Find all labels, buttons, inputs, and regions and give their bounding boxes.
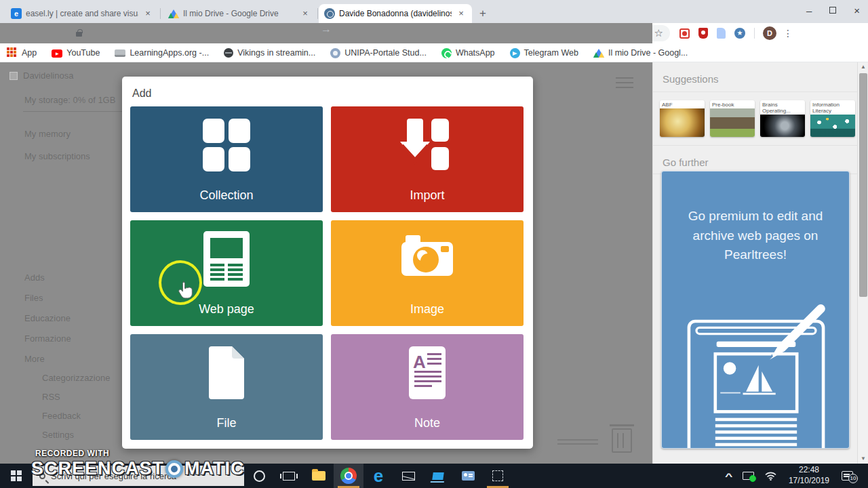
tray-clock[interactable]: 22:48 17/10/2019 bbox=[789, 465, 829, 486]
task-view-button[interactable] bbox=[274, 464, 304, 488]
browser-toolbar: ← → ↻ ⌂ pearltrees.com/davidelinosa G ☆ … bbox=[0, 23, 868, 43]
wifi-icon[interactable] bbox=[765, 472, 776, 481]
card-title: Brains Operating... bbox=[760, 100, 805, 115]
scrollbar-thumb[interactable] bbox=[859, 73, 867, 297]
start-button[interactable] bbox=[0, 464, 33, 488]
lock-icon bbox=[76, 32, 82, 37]
suggestion-card-infolit[interactable]: Information Literacy bbox=[810, 100, 855, 137]
screencastomatic-watermark: SCREENCAST MATIC bbox=[31, 458, 245, 479]
close-window-button[interactable]: × bbox=[854, 5, 860, 16]
extension-icon-red-frame[interactable] bbox=[679, 28, 690, 39]
apps-grid-icon bbox=[7, 47, 18, 58]
bookmark-youtube[interactable]: ▶YouTube bbox=[52, 48, 100, 58]
import-tile[interactable]: Import bbox=[331, 106, 524, 212]
snip-taskbar-button[interactable] bbox=[483, 464, 513, 488]
tab-pearltrees-active[interactable]: Davide Bonadonna (davidelinosa × bbox=[319, 4, 472, 23]
pearltrees-favicon bbox=[324, 8, 335, 19]
bookmark-label: WhatsApp bbox=[456, 48, 495, 58]
suggestions-header: Suggestions bbox=[653, 62, 857, 92]
scroll-down-arrow[interactable]: ▼ bbox=[858, 454, 868, 464]
sidebar-subitem-categorizzazione[interactable]: Categorizzazione bbox=[42, 373, 110, 383]
file-tile[interactable]: File bbox=[130, 334, 323, 440]
drive-favicon bbox=[168, 9, 179, 18]
screencastomatic-logo-icon bbox=[165, 460, 183, 478]
tile-grid: Collection Import Web page bbox=[130, 106, 525, 440]
dashed-selection-icon bbox=[492, 470, 503, 481]
tray-screenrec-icon[interactable] bbox=[743, 472, 754, 480]
tab-google-drive[interactable]: Il mio Drive - Google Drive × bbox=[163, 4, 316, 23]
browser-menu-icon[interactable]: ⋮ bbox=[783, 28, 793, 39]
youtube-icon: ▶ bbox=[52, 49, 62, 58]
tab-close-icon[interactable]: × bbox=[456, 8, 467, 19]
notification-center-button[interactable]: 10 bbox=[842, 471, 863, 481]
bookmark-unipa[interactable]: UNIPA-Portale Stud... bbox=[330, 47, 427, 58]
web-page-icon bbox=[197, 230, 256, 292]
scroll-up-arrow[interactable]: ▲ bbox=[858, 62, 868, 72]
bookmark-telegram[interactable]: Telegram Web bbox=[510, 47, 578, 58]
sidebar-item-files[interactable]: Files bbox=[24, 293, 43, 303]
chrome-icon bbox=[340, 468, 357, 484]
drive-icon bbox=[593, 49, 604, 58]
chrome-taskbar-button[interactable] bbox=[334, 464, 363, 488]
tab-close-icon[interactable]: × bbox=[142, 8, 153, 19]
card-title: Pre-book bbox=[710, 100, 755, 108]
pearltrees-extension-icon[interactable]: ★ bbox=[734, 28, 745, 39]
extension-icon-red-shield[interactable] bbox=[698, 28, 708, 39]
bookmark-label: Telegram Web bbox=[524, 48, 578, 58]
notification-icon: 10 bbox=[842, 471, 853, 481]
extension-icon-blue-doc[interactable] bbox=[717, 28, 726, 39]
suggestion-card-abf[interactable]: ABF bbox=[660, 100, 705, 137]
bookmark-learningapps[interactable]: LearningApps.org -... bbox=[115, 48, 209, 58]
bookmark-drive[interactable]: Il mio Drive - Googl... bbox=[593, 48, 688, 58]
profile-avatar[interactable]: D bbox=[763, 26, 776, 40]
page-content: Davidelinosa My storage: 0% of 1GB My me… bbox=[0, 62, 868, 464]
bookmark-star-icon[interactable]: ☆ bbox=[654, 27, 663, 39]
sidebar-item-educazione[interactable]: Educazione bbox=[24, 313, 71, 323]
tab-easelly[interactable]: e easel.ly | create and share visual × bbox=[5, 4, 159, 23]
sidebar-subitem-feedback[interactable]: Feedback bbox=[42, 411, 81, 421]
cortana-button[interactable] bbox=[244, 464, 274, 488]
premium-banner[interactable]: Go premium to edit and archive web pages… bbox=[661, 171, 850, 449]
sidebar-item-memory[interactable]: My memory bbox=[24, 129, 71, 139]
edge-taskbar-button[interactable]: e bbox=[363, 464, 393, 488]
hamburger-menu-icon bbox=[616, 77, 633, 92]
sidebar-item-storage[interactable]: My storage: 0% of 1GB bbox=[24, 95, 115, 105]
tab-separator bbox=[160, 8, 161, 19]
minimize-button[interactable]: – bbox=[806, 5, 812, 16]
sidebar-subitem-settings[interactable]: Settings bbox=[42, 430, 74, 440]
bookmark-whatsapp[interactable]: WhatsApp bbox=[441, 47, 495, 58]
maximize-button[interactable] bbox=[829, 7, 836, 14]
image-tile[interactable]: Image bbox=[331, 220, 524, 326]
tile-label: Import bbox=[331, 188, 524, 203]
bookmark-label: LearningApps.org -... bbox=[130, 48, 209, 58]
suggestion-card-brains[interactable]: Brains Operating... bbox=[760, 100, 805, 137]
new-tab-button[interactable]: + bbox=[475, 5, 491, 22]
sidebar-account[interactable]: Davidelinosa bbox=[9, 70, 73, 81]
tab-close-icon[interactable]: × bbox=[300, 8, 311, 19]
sidebar-item-subscriptions[interactable]: My subscriptions bbox=[24, 151, 90, 161]
bookmark-apps[interactable]: App bbox=[7, 47, 37, 58]
tray-chevron-icon[interactable]: ^ bbox=[725, 471, 732, 481]
file-explorer-button[interactable] bbox=[304, 464, 334, 488]
easelly-favicon: e bbox=[11, 8, 22, 19]
web-page-tile[interactable]: Web page bbox=[130, 220, 323, 326]
collection-tile[interactable]: Collection bbox=[130, 106, 323, 212]
sidebar-item-formazione[interactable]: Formazione bbox=[24, 333, 71, 344]
photos-taskbar-button[interactable] bbox=[453, 464, 483, 488]
tile-label: Collection bbox=[130, 188, 323, 203]
page-scrollbar[interactable]: ▲ ▼ bbox=[857, 62, 868, 464]
screencast-brand-left: SCREENCAST bbox=[31, 458, 164, 479]
bookmarks-bar: App ▶YouTube LearningApps.org -... Vikin… bbox=[0, 43, 868, 62]
sidebar-item-more[interactable]: More bbox=[24, 354, 45, 364]
mail-taskbar-button[interactable] bbox=[393, 464, 423, 488]
tile-label: File bbox=[130, 416, 323, 430]
folder-icon bbox=[312, 471, 326, 481]
sidebar-subitem-rss[interactable]: RSS bbox=[42, 392, 60, 402]
sidebar-item-adds[interactable]: Adds bbox=[24, 272, 45, 283]
note-tile[interactable]: A Note bbox=[331, 334, 524, 440]
extension-row: ★ bbox=[679, 28, 745, 39]
connect-taskbar-button[interactable] bbox=[423, 464, 453, 488]
bookmark-vikings[interactable]: Vikings in streamin... bbox=[224, 47, 315, 58]
suggestion-card-prebook[interactable]: Pre-book bbox=[710, 100, 755, 137]
bookmark-label: YouTube bbox=[66, 48, 100, 58]
